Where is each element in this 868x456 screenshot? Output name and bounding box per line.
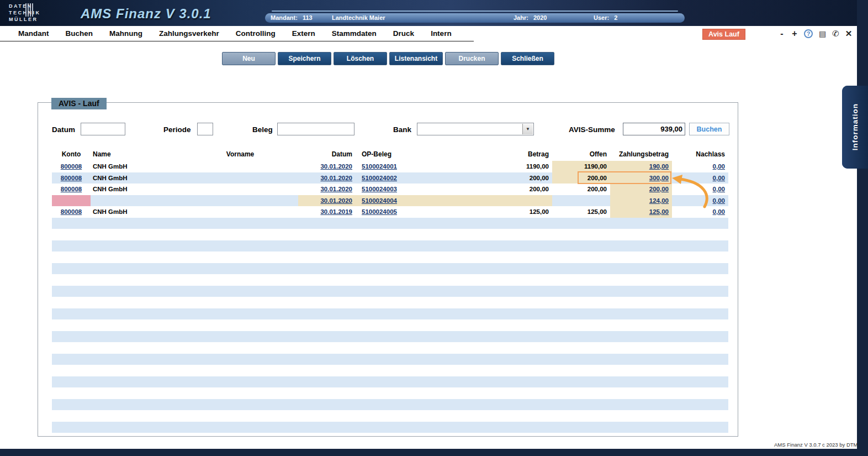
datum-link[interactable]: 30.01.2020 <box>320 175 352 181</box>
minimize-icon[interactable]: - <box>779 29 785 39</box>
betrag-cell: 1190,00 <box>436 161 552 172</box>
vorname-cell <box>182 161 298 172</box>
version-text: AMS Finanz V 3.0.7 c 2023 by DTM <box>774 442 858 448</box>
session-info-bar: Mandant: 113 Landtechnik Maier Jahr: 202… <box>265 13 685 23</box>
datum-label: Datum <box>52 125 75 134</box>
betrag-cell: 125,00 <box>436 206 552 218</box>
window-controls: - + ? ▤ ✆ ✕ <box>779 27 852 40</box>
table-empty-row <box>52 331 728 343</box>
close-icon[interactable]: ✕ <box>845 29 853 39</box>
table-row: 800008 CNH GmbH 30.01.2020 5100024003 20… <box>52 184 728 195</box>
header-konto: Konto <box>52 148 91 160</box>
maximize-icon[interactable]: + <box>791 29 798 39</box>
buchen-button[interactable]: Buchen <box>689 123 729 135</box>
drucken-button[interactable]: Drucken <box>445 52 499 65</box>
table-empty-row <box>52 274 728 286</box>
header-datum: Datum <box>298 148 353 160</box>
konto-link[interactable]: 800008 <box>61 175 82 181</box>
periode-input[interactable] <box>197 123 213 135</box>
table-empty-row <box>52 263 728 275</box>
menu-item-controlling[interactable]: Controlling <box>236 29 276 38</box>
datum-link[interactable]: 30.01.2020 <box>320 186 352 192</box>
konto-cell-error[interactable] <box>52 195 91 207</box>
konto-link[interactable]: 800008 <box>61 186 82 192</box>
nachlass-link[interactable]: 0,00 <box>713 163 725 170</box>
company-logo: DATEN TECHNIK MÜLLER <box>9 3 41 23</box>
help-icon[interactable]: ? <box>804 29 813 38</box>
op-beleg-link[interactable]: 5100024005 <box>362 208 397 215</box>
header-vorname: Vorname <box>182 148 298 160</box>
nachlass-link[interactable]: 0,00 <box>713 175 725 181</box>
menu-item-druck[interactable]: Druck <box>393 29 414 38</box>
bank-label: Bank <box>393 125 411 134</box>
neu-button[interactable]: Neu <box>222 52 276 65</box>
window-frame-bottom <box>0 449 868 456</box>
vorname-cell <box>182 206 298 218</box>
document-icon[interactable]: ▤ <box>819 29 826 38</box>
table-empty-row <box>52 422 728 433</box>
avis-summe-input[interactable] <box>623 123 685 135</box>
op-beleg-link[interactable]: 5100024002 <box>362 175 397 181</box>
table-empty-row <box>52 399 728 411</box>
table-empty-row <box>52 365 728 376</box>
menu-item-mahnung[interactable]: Mahnung <box>109 29 142 38</box>
beleg-label: Beleg <box>252 125 273 134</box>
header-betrag: Betrag <box>436 148 552 160</box>
name-cell: CNH GmbH <box>91 206 182 218</box>
menu-item-zahlungsverkehr[interactable]: Zahlungsverkehr <box>159 29 219 38</box>
table-empty-row <box>52 286 728 297</box>
zahlungsbetrag-link[interactable]: 300,00 <box>649 175 669 181</box>
menu-item-stammdaten[interactable]: Stammdaten <box>332 29 377 38</box>
mandant-value: 113 <box>303 14 313 21</box>
menu-item-buchen[interactable]: Buchen <box>66 29 93 38</box>
table-row: 30.01.2020 5100024004 124,00 0,00 <box>52 195 728 207</box>
listenansicht-button[interactable]: Listenansicht <box>389 52 443 65</box>
op-beleg-link[interactable]: 5100024003 <box>362 186 397 192</box>
table-empty-row <box>52 376 728 388</box>
mandant-info: Mandant: 113 <box>271 14 313 21</box>
datum-link[interactable]: 30.01.2020 <box>320 163 352 170</box>
zahlungsbetrag-link[interactable]: 190,00 <box>649 163 669 170</box>
datum-input[interactable] <box>81 123 125 135</box>
periode-label: Periode <box>163 125 191 134</box>
bank-dropdown[interactable]: ▼ <box>417 123 534 135</box>
table-empty-row <box>52 387 728 399</box>
loeschen-button[interactable]: Löschen <box>334 52 387 65</box>
table-empty-row <box>52 297 728 308</box>
op-beleg-link[interactable]: 5100024004 <box>362 197 397 204</box>
schliessen-button[interactable]: Schließen <box>501 52 554 65</box>
app-window: DATEN TECHNIK MÜLLER AMS Finanz V 3.0.1 … <box>0 0 868 456</box>
nachlass-link[interactable]: 0,00 <box>713 186 725 192</box>
table-header: Konto Name Vorname Datum OP-Beleg Betrag… <box>52 148 728 160</box>
konto-link[interactable]: 800008 <box>61 208 82 215</box>
vorname-cell <box>182 172 298 184</box>
nachlass-link[interactable]: 0,00 <box>713 197 725 204</box>
zahlungsbetrag-link[interactable]: 124,00 <box>649 197 669 204</box>
avis-summe-label: AVIS-Summe <box>569 125 615 134</box>
datum-link[interactable]: 30.01.2019 <box>320 208 352 215</box>
datum-link[interactable]: 30.01.2020 <box>320 197 352 204</box>
table-empty-row <box>52 251 728 263</box>
user-value: 2 <box>614 14 617 21</box>
title-bar: DATEN TECHNIK MÜLLER AMS Finanz V 3.0.1 … <box>0 0 868 26</box>
menu-underline <box>0 41 474 41</box>
menu-item-extern[interactable]: Extern <box>292 29 315 38</box>
menu-item-intern[interactable]: Intern <box>431 29 452 38</box>
phone-icon[interactable]: ✆ <box>832 29 839 39</box>
name-cell: CNH GmbH <box>91 172 182 184</box>
information-tab[interactable]: Information <box>842 86 868 169</box>
konto-link[interactable]: 800008 <box>61 163 82 170</box>
chevron-down-icon[interactable]: ▼ <box>522 124 533 134</box>
zahlungsbetrag-link[interactable]: 125,00 <box>649 208 669 215</box>
table-row: 800008 CNH GmbH 30.01.2020 5100024002 20… <box>52 172 728 184</box>
zahlungsbetrag-link[interactable]: 200,00 <box>649 186 669 192</box>
nachlass-link[interactable]: 0,00 <box>713 208 725 215</box>
window-frame-right <box>857 0 868 456</box>
menu-item-mandant[interactable]: Mandant <box>18 29 49 38</box>
app-title: AMS Finanz V 3.0.1 <box>81 6 211 22</box>
active-module-badge: Avis Lauf <box>702 29 745 40</box>
beleg-input[interactable] <box>277 123 354 135</box>
offen-cell: 125,00 <box>552 206 610 218</box>
op-beleg-link[interactable]: 5100024001 <box>362 163 397 170</box>
speichern-button[interactable]: Speichern <box>278 52 331 65</box>
